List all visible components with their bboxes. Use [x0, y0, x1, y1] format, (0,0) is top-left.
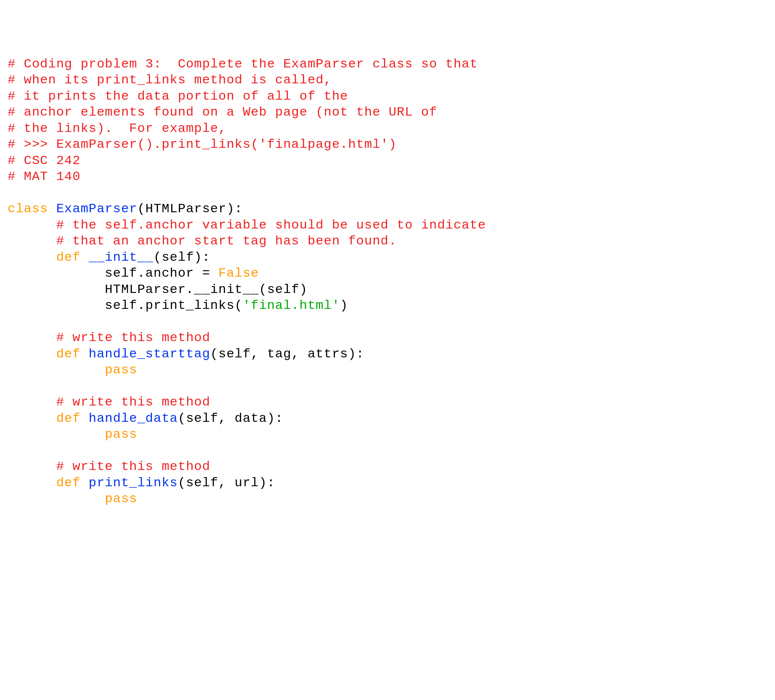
code-token: # MAT 140 — [8, 169, 81, 184]
code-line: # anchor elements found on a Web page (n… — [8, 104, 767, 120]
code-token: handle_data — [89, 411, 178, 426]
code-token: def — [56, 347, 89, 361]
code-token: HTMLParser.__init__(self) — [8, 282, 308, 297]
code-line: # CSC 242 — [8, 153, 767, 169]
code-token: # CSC 242 — [8, 153, 81, 168]
code-token: def — [56, 411, 89, 426]
code-token: # anchor elements found on a Web page (n… — [8, 105, 437, 119]
code-token — [8, 459, 56, 474]
code-line: # MAT 140 — [8, 168, 767, 185]
code-token: False — [219, 266, 259, 280]
code-token: # when its print_links method is called, — [8, 73, 332, 87]
code-line: pass — [8, 427, 767, 443]
code-token — [8, 330, 56, 345]
code-line: # write this method — [8, 458, 767, 475]
code-token: self.anchor = — [8, 266, 219, 280]
code-token: # the self.anchor variable should be use… — [56, 218, 486, 232]
code-line: def print_links(self, url): — [8, 475, 767, 491]
code-token: # Coding problem 3: Complete the ExamPar… — [8, 57, 478, 71]
code-token: 'final.html' — [243, 298, 340, 313]
code-token: # >>> ExamParser().print_links('finalpag… — [8, 137, 397, 152]
code-token: def — [56, 476, 89, 490]
code-line: # it prints the data portion of all of t… — [8, 88, 767, 105]
code-line: # write this method — [8, 394, 767, 410]
code-token: pass — [105, 427, 138, 442]
code-token — [8, 363, 105, 377]
code-line: self.print_links('final.html') — [8, 298, 767, 314]
code-token: ) — [340, 298, 348, 313]
code-token: # it prints the data portion of all of t… — [8, 89, 348, 103]
code-token — [8, 234, 56, 248]
code-token: ExamParser — [56, 202, 137, 216]
code-token: pass — [105, 492, 138, 506]
code-token: (self): — [153, 250, 210, 265]
code-token — [8, 476, 56, 490]
code-line: # that an anchor start tag has been foun… — [8, 233, 767, 249]
code-line: # when its print_links method is called, — [8, 72, 767, 88]
code-line: def handle_data(self, data): — [8, 410, 767, 427]
code-token — [8, 218, 56, 232]
code-token: def — [56, 250, 89, 265]
code-line: class ExamParser(HTMLParser): — [8, 201, 767, 217]
code-line — [8, 443, 767, 459]
code-line — [8, 185, 767, 201]
code-token — [8, 411, 56, 426]
code-line — [8, 314, 767, 330]
code-token: # write this method — [56, 395, 210, 409]
code-line: # the links). For example, — [8, 120, 767, 137]
code-line: def handle_starttag(self, tag, attrs): — [8, 346, 767, 362]
code-token: print_links — [89, 476, 178, 490]
code-token: pass — [105, 363, 138, 377]
code-line: def __init__(self): — [8, 249, 767, 266]
code-token — [8, 492, 105, 506]
code-token: (HTMLParser): — [137, 202, 243, 216]
code-token: class — [8, 202, 56, 216]
code-line: pass — [8, 491, 767, 507]
code-token: # the links). For example, — [8, 121, 226, 136]
code-line: # Coding problem 3: Complete the ExamPar… — [8, 56, 767, 72]
code-line: HTMLParser.__init__(self) — [8, 282, 767, 298]
code-token: (self, url): — [178, 476, 275, 490]
code-token — [8, 427, 105, 442]
code-token: # that an anchor start tag has been foun… — [56, 234, 397, 248]
code-token: handle_starttag — [89, 347, 210, 361]
code-token — [8, 250, 56, 265]
code-token: __init__ — [89, 250, 153, 265]
code-line: # write this method — [8, 330, 767, 346]
code-token: self.print_links( — [8, 298, 243, 313]
code-line: # >>> ExamParser().print_links('finalpag… — [8, 137, 767, 153]
code-line — [8, 378, 767, 395]
code-line: pass — [8, 362, 767, 378]
code-token: (self, data): — [178, 411, 283, 426]
code-line: self.anchor = False — [8, 265, 767, 282]
code-token — [8, 395, 56, 409]
code-token — [8, 347, 56, 361]
code-token: (self, tag, attrs): — [210, 347, 364, 361]
code-token: # write this method — [56, 459, 210, 474]
code-line: # the self.anchor variable should be use… — [8, 217, 767, 233]
code-block: # Coding problem 3: Complete the ExamPar… — [8, 56, 767, 507]
code-token: # write this method — [56, 330, 210, 345]
